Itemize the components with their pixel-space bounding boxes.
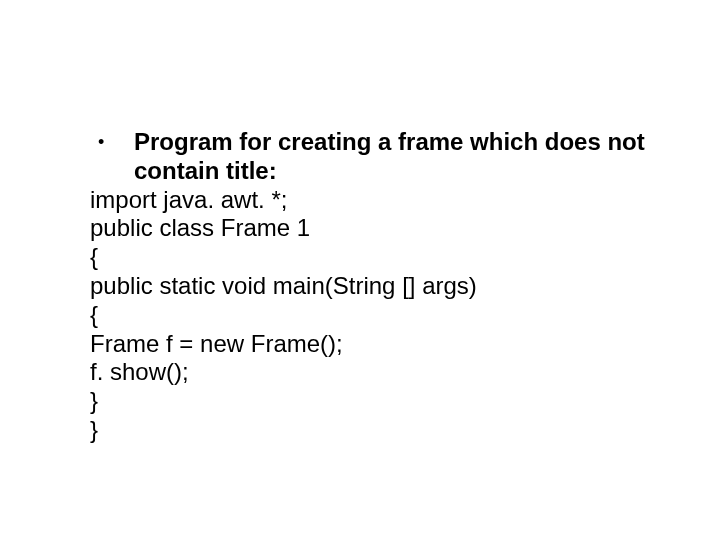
code-line: public class Frame 1 — [90, 214, 660, 243]
code-line: { — [90, 301, 660, 330]
slide: • Program for creating a frame which doe… — [0, 0, 720, 540]
code-line: public static void main(String [] args) — [90, 272, 660, 301]
code-line: Frame f = new Frame(); — [90, 330, 660, 359]
bullet-heading: Program for creating a frame which does … — [134, 128, 660, 186]
code-line: { — [90, 243, 660, 272]
code-line: } — [90, 387, 660, 416]
bullet-glyph: • — [90, 128, 134, 156]
slide-content: • Program for creating a frame which doe… — [90, 128, 660, 445]
code-line: } — [90, 416, 660, 445]
code-line: f. show(); — [90, 358, 660, 387]
bullet-item: • Program for creating a frame which doe… — [90, 128, 660, 186]
code-line: import java. awt. *; — [90, 186, 660, 215]
